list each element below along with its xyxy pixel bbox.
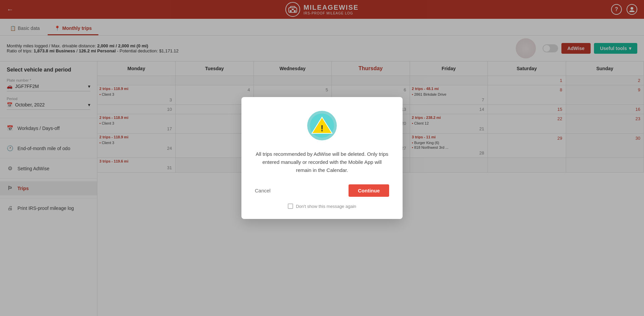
warning-icon: ! <box>307 110 337 141</box>
modal-overlay: ! All trips recommended by AdWise will b… <box>0 0 644 316</box>
modal-continue-button[interactable]: Continue <box>349 184 389 197</box>
modal-message: All trips recommended by AdWise will be … <box>255 150 389 174</box>
modal-checkbox-row: Don't show this message again <box>255 204 389 209</box>
modal-icon-container: ! <box>255 110 389 142</box>
svg-text:!: ! <box>321 123 324 133</box>
dont-show-checkbox[interactable] <box>288 204 293 209</box>
modal-buttons: Cancel Continue <box>255 184 389 197</box>
warning-modal: ! All trips recommended by AdWise will b… <box>241 97 403 219</box>
dont-show-label: Don't show this message again <box>296 204 356 209</box>
modal-cancel-button[interactable]: Cancel <box>255 188 271 193</box>
